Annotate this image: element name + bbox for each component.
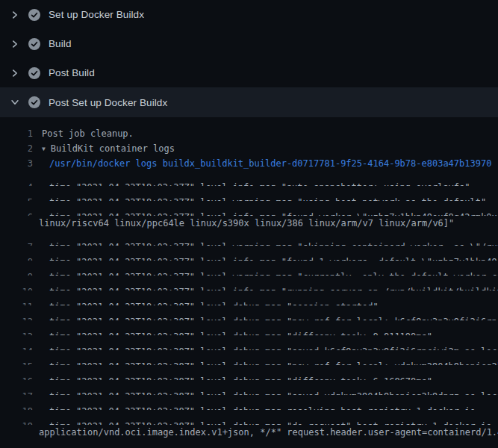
chevron-right-icon[interactable] — [10, 68, 20, 78]
step-label: Set up Docker Buildx — [49, 9, 144, 20]
log-row: 11 ▼time="2021-04-23T18:02:38Z" level=de… — [0, 290, 498, 305]
log-line-number[interactable]: 3 — [0, 156, 33, 171]
log-line-text: ▼time="2021-04-23T18:02:38Z" level=debug… — [49, 314, 498, 320]
log-row: 9 ▼time="2021-04-23T18:02:37Z" level=war… — [0, 261, 498, 276]
log-line-number[interactable]: 13 — [0, 329, 33, 335]
chevron-right-icon[interactable] — [10, 10, 20, 20]
log-line-number[interactable]: 17 — [0, 389, 33, 395]
log-line-text: ▼time="2021-04-23T18:02:38Z" level=debug… — [49, 344, 498, 350]
steps-section: Set up Docker Buildx Build — [0, 0, 498, 117]
actions-log-viewer: { "steps": [ { "label": "Set up Docker B… — [0, 0, 498, 448]
log-line-text: ▼application/vnd.oci.image.index.v1+json… — [39, 425, 498, 440]
log-row: ▼application/vnd.oci.image.index.v1+json… — [0, 425, 498, 440]
log-row: 15 ▼time="2021-04-23T18:02:38Z" level=de… — [0, 350, 498, 365]
log-row: 1 ▼Post job cleanup. — [0, 126, 498, 141]
step-row-build[interactable]: Build — [0, 29, 498, 58]
log-row: 18 ▼time="2021-04-23T18:02:38Z" level=de… — [0, 395, 498, 410]
log-line-number[interactable]: 15 — [0, 359, 33, 365]
log-line-text: ▼time="2021-04-23T18:02:38Z" level=debug… — [49, 299, 379, 305]
log-row: 12 ▼time="2021-04-23T18:02:38Z" level=de… — [0, 305, 498, 320]
log-line-text: ▼time="2021-04-23T18:02:38Z" level=debug… — [49, 329, 432, 335]
log-line-text: ▼time="2021-04-23T18:02:37Z" level=warni… — [49, 195, 486, 201]
log-line-number[interactable]: 8 — [0, 255, 33, 261]
log-line-number[interactable] — [0, 216, 33, 231]
check-circle-icon — [28, 38, 40, 50]
step-label: Build — [49, 38, 72, 49]
log-line-text: ▼time="2021-04-23T18:02:38Z" level=debug… — [49, 374, 432, 380]
log-line-number[interactable]: 9 — [0, 270, 33, 276]
log-line-text: ▼linux/riscv64 linux/ppc64le linux/s390x… — [39, 216, 454, 231]
log-section: 1 ▼Post job cleanup. 2 ▼BuildKit contain… — [0, 117, 498, 448]
log-row: 5 ▼time="2021-04-23T18:02:37Z" level=war… — [0, 186, 498, 201]
log-row: 19 ▼time="2021-04-23T18:02:38Z" level=de… — [0, 410, 498, 425]
log-line-text: ▼time="2021-04-23T18:02:38Z" level=debug… — [49, 389, 498, 395]
log-row: 16 ▼time="2021-04-23T18:02:38Z" level=de… — [0, 365, 498, 380]
log-line-number[interactable]: 11 — [0, 299, 33, 305]
log-row: 14 ▼time="2021-04-23T18:02:38Z" level=de… — [0, 335, 498, 350]
log-row: 20 ▼time="2021-04-23T18:02:38Z" level=de… — [0, 440, 498, 448]
log-row: 3 ▼/usr/bin/docker logs buildx_buildkit_… — [0, 156, 498, 171]
log-line-text: ▼time="2021-04-23T18:02:37Z" level=info … — [49, 210, 498, 216]
log-line-text: ▼time="2021-04-23T18:02:38Z" level=debug… — [49, 404, 476, 410]
chevron-right-icon[interactable] — [10, 39, 20, 49]
log-line-text: ▼time="2021-04-23T18:02:37Z" level=warni… — [49, 270, 498, 276]
log-line-number[interactable]: 19 — [0, 419, 33, 425]
log-line-number[interactable]: 16 — [0, 374, 33, 380]
step-label: Post Build — [49, 67, 95, 78]
log-row: ▼linux/riscv64 linux/ppc64le linux/s390x… — [0, 216, 498, 231]
chevron-down-icon[interactable] — [10, 97, 20, 108]
log-line-number[interactable]: 14 — [0, 344, 33, 350]
log-line-number[interactable]: 6 — [0, 210, 33, 216]
log-line-text: ▼time="2021-04-23T18:02:37Z" level=info … — [49, 284, 498, 290]
log-line-number[interactable]: 5 — [0, 195, 33, 201]
log-row: 2 ▼BuildKit container logs — [0, 141, 498, 156]
log-line-text: ▼time="2021-04-23T18:02:38Z" level=debug… — [49, 419, 498, 425]
log-line-text: ▼Post job cleanup. — [42, 126, 134, 141]
log-row: 7 ▼time="2021-04-23T18:02:37Z" level=war… — [0, 231, 498, 246]
log-line-number[interactable]: 18 — [0, 404, 33, 410]
log-line-number[interactable]: 12 — [0, 314, 33, 320]
log-row: 13 ▼time="2021-04-23T18:02:38Z" level=de… — [0, 320, 498, 335]
log-line-text: ▼time="2021-04-23T18:02:37Z" level=warni… — [49, 240, 498, 246]
log-line-text: ▼time="2021-04-23T18:02:38Z" level=debug… — [49, 359, 498, 365]
step-row-post-set-up-docker-buildx[interactable]: Post Set up Docker Buildx — [0, 87, 498, 117]
check-circle-icon — [28, 96, 40, 108]
check-circle-icon — [28, 9, 40, 21]
log-line-text: ▼/usr/bin/docker logs buildx_buildkit_bu… — [49, 156, 491, 171]
log-row: 10 ▼time="2021-04-23T18:02:37Z" level=in… — [0, 276, 498, 290]
log-line-number[interactable]: 10 — [0, 284, 33, 290]
check-circle-icon — [28, 67, 40, 79]
log-line-text: ▼BuildKit container logs — [42, 141, 175, 156]
log-line-number[interactable]: 2 — [0, 141, 33, 156]
log-line-text: ▼time="2021-04-23T18:02:37Z" level=info … — [49, 180, 470, 186]
log-line-number[interactable]: 4 — [0, 180, 33, 186]
log-row: 17 ▼time="2021-04-23T18:02:38Z" level=de… — [0, 380, 498, 395]
triangle-down-icon[interactable]: ▼ — [42, 146, 46, 152]
log-row: 6 ▼time="2021-04-23T18:02:37Z" level=inf… — [0, 201, 498, 216]
step-row-post-build[interactable]: Post Build — [0, 58, 498, 87]
step-row-set-up-docker-buildx[interactable]: Set up Docker Buildx — [0, 0, 498, 29]
log-row: 8 ▼time="2021-04-23T18:02:37Z" level=inf… — [0, 246, 498, 261]
log-line-text: ▼time="2021-04-23T18:02:37Z" level=info … — [49, 255, 498, 261]
log-line-number[interactable]: 1 — [0, 126, 33, 141]
log-line-number[interactable]: 7 — [0, 240, 33, 246]
log-line-number[interactable] — [0, 425, 33, 440]
log-row: 4 ▼time="2021-04-23T18:02:37Z" level=inf… — [0, 171, 498, 186]
step-label: Post Set up Docker Buildx — [49, 97, 167, 108]
